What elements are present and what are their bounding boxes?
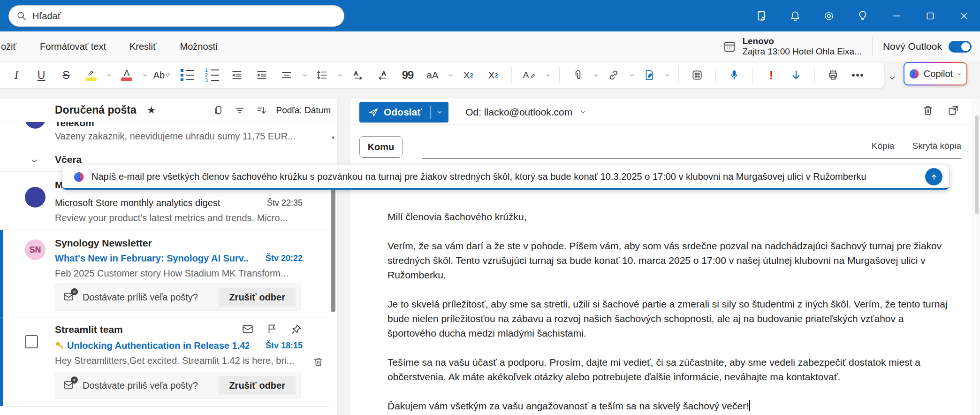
align-icon[interactable] [276, 62, 297, 88]
from-selector[interactable]: Od: llacko@outlook.com [465, 107, 586, 118]
italic-icon[interactable]: I [6, 62, 27, 88]
discard-draft-icon[interactable] [922, 104, 934, 116]
send-button[interactable]: Odoslať [359, 102, 448, 123]
styles-dropdown-icon[interactable] [544, 62, 552, 88]
copilot-submit-button[interactable] [925, 168, 942, 185]
to-button[interactable]: Komu [359, 136, 403, 158]
divider [814, 67, 815, 83]
copilot-prompt-text[interactable]: Napíš e-mail pre všetkých členov šachové… [91, 171, 919, 182]
settings-gear-icon[interactable] [822, 9, 836, 23]
left-to-right-icon[interactable]: A [347, 62, 369, 88]
dictate-icon[interactable] [723, 62, 745, 88]
mail-subject: Unlocking Authentication in Release 1.42 [55, 339, 249, 352]
minimize-button[interactable] [890, 9, 903, 23]
unsubscribe-banner: ✕ Dostávate príliš veľa pošty? Zrušiť od… [55, 372, 301, 399]
scrollbar-thumb[interactable] [975, 115, 979, 214]
search-box[interactable] [8, 5, 344, 27]
bullet-list-icon[interactable] [176, 62, 198, 88]
quote-icon[interactable]: 99 [397, 62, 418, 88]
flag-icon[interactable] [266, 323, 278, 335]
tips-lightbulb-icon[interactable] [856, 9, 869, 23]
font-color-dropdown-icon[interactable] [141, 62, 148, 88]
email-body-editor[interactable]: Milí členovia šachového krúžku, Verím, ž… [387, 209, 950, 415]
print-icon[interactable] [822, 62, 844, 88]
superscript-icon[interactable]: X2 [482, 62, 504, 88]
tab-formatovat-text[interactable]: Formátovať text [40, 41, 106, 52]
calendar-peek[interactable]: Lenovo Zajtra 13:00 Hotel Ohla Eixa... [722, 36, 862, 57]
open-in-new-window-icon[interactable] [947, 104, 959, 116]
attach-dropdown-icon[interactable] [592, 62, 600, 88]
search-input[interactable] [32, 11, 336, 22]
strikethrough-icon[interactable]: S [55, 62, 77, 88]
divider [678, 67, 679, 83]
more-options-icon[interactable]: ••• [847, 62, 869, 88]
collapse-ribbon-icon[interactable] [888, 74, 896, 84]
maximize-button[interactable] [924, 9, 937, 23]
key-icon [55, 341, 64, 350]
mail-sender: Synology Newsletter [55, 237, 152, 250]
avatar [25, 122, 46, 129]
low-importance-icon[interactable] [785, 62, 807, 88]
favorite-star-icon[interactable]: ★ [147, 104, 156, 116]
delete-mail-icon[interactable] [312, 356, 324, 369]
link-dropdown-icon[interactable] [628, 62, 635, 88]
feedback-icon[interactable] [755, 9, 768, 23]
increase-indent-icon[interactable] [251, 62, 273, 88]
filter-icon[interactable] [233, 104, 246, 117]
conversation-view-icon[interactable] [212, 104, 225, 117]
send-options-dropdown-icon[interactable] [431, 102, 448, 123]
bcc-button[interactable]: Skrytá kópia [912, 141, 961, 151]
mail-preview: Vazeny zakaznik, neevidujeme uhradu sumy… [55, 130, 303, 143]
numbered-list-icon[interactable]: 123 [201, 62, 223, 88]
body-paragraph: Ďakujem vám všetkým za vašu angažovanosť… [387, 399, 950, 413]
mark-read-icon[interactable] [242, 323, 254, 335]
unsubscribe-button[interactable]: Zrušiť odber [219, 376, 296, 395]
link-icon[interactable] [603, 62, 624, 88]
right-to-left-icon[interactable]: A [372, 62, 394, 88]
decrease-indent-icon[interactable] [226, 62, 248, 88]
compose-scrollbar[interactable] [972, 99, 980, 415]
scroll-up-arrow-icon[interactable]: ▲ [329, 134, 337, 139]
subscript-icon[interactable]: X2 [457, 62, 479, 88]
font-size-icon[interactable]: aA [422, 62, 443, 88]
highlight-icon[interactable] [80, 62, 102, 88]
attach-icon[interactable] [567, 62, 589, 88]
close-button[interactable] [957, 9, 971, 23]
tab-vlozit[interactable]: ožiť [1, 41, 16, 52]
scrollbar-thumb[interactable] [331, 188, 335, 312]
sort-label[interactable]: Podľa: Dátum [276, 105, 331, 115]
unsubscribe-button[interactable]: Zrušiť odber [219, 288, 296, 307]
align-dropdown-icon[interactable] [301, 62, 308, 88]
arrow-up-icon [930, 173, 938, 181]
divider [511, 67, 512, 83]
line-spacing-icon[interactable] [311, 62, 333, 88]
apps-icon[interactable] [686, 62, 708, 88]
notifications-icon[interactable] [789, 9, 802, 23]
highlight-dropdown-icon[interactable] [105, 62, 113, 88]
tab-kreslit[interactable]: Kresliť [129, 41, 157, 52]
font-size-dropdown-icon[interactable] [447, 62, 454, 88]
unread-accent-bar [0, 317, 3, 406]
line-spacing-dropdown-icon[interactable] [336, 62, 344, 88]
mail-item-streamlit[interactable]: Streamlit team Unlocking Authentication … [0, 317, 329, 407]
high-importance-icon[interactable]: ! [760, 62, 782, 88]
ribbon-tabs-row: ožiť Formátovať text Kresliť Možnosti Le… [0, 31, 980, 61]
new-outlook-toggle[interactable] [949, 41, 972, 53]
signature-dropdown-icon[interactable] [663, 62, 671, 88]
styles-icon[interactable]: A [519, 62, 541, 88]
signature-icon[interactable] [638, 62, 660, 88]
mail-item-telekom[interactable]: Telekom Vazeny zakaznik, neevidujeme uhr… [0, 122, 329, 150]
sort-icon[interactable] [255, 104, 268, 117]
pin-icon[interactable] [290, 323, 303, 335]
copilot-button[interactable]: Copilot [904, 62, 967, 85]
unread-accent-bar [0, 230, 3, 317]
cc-button[interactable]: Kópia [872, 141, 895, 151]
underline-icon[interactable]: U [30, 62, 52, 88]
clear-formatting-icon[interactable]: Ab [152, 62, 173, 88]
font-color-icon[interactable]: A [116, 62, 137, 88]
to-recipients-field[interactable] [425, 138, 844, 157]
copilot-prompt-bar[interactable]: Napíš e-mail pre všetkých členov šachové… [62, 165, 949, 190]
tab-moznosti[interactable]: Možnosti [180, 41, 217, 52]
mail-item-synology[interactable]: SN Synology Newsletter What's New in Feb… [0, 230, 329, 317]
mail-select-checkbox[interactable] [25, 335, 38, 348]
